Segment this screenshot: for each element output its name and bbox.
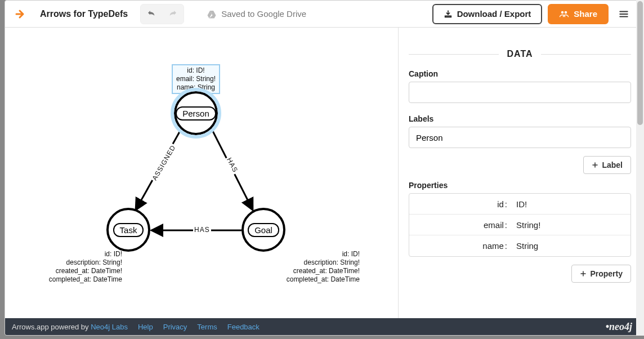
node-task-properties[interactable]: id: ID! description: String! created_at:… bbox=[43, 250, 122, 284]
node-task-label[interactable]: Task bbox=[113, 223, 144, 237]
node-goal-label[interactable]: Goal bbox=[248, 223, 279, 237]
prop-line: description: String! bbox=[43, 258, 122, 267]
prop-line: created_at: DateTime! bbox=[281, 267, 360, 275]
add-property-text: Property bbox=[590, 269, 623, 278]
hamburger-icon bbox=[619, 9, 629, 19]
labels-label: Labels bbox=[409, 114, 631, 123]
properties-table: id ID! email String! name String bbox=[409, 193, 631, 257]
node-goal[interactable]: Goal bbox=[242, 208, 285, 252]
data-section-header: DATA bbox=[409, 49, 631, 59]
prop-line: completed_at: DateTime bbox=[43, 275, 122, 284]
app-logo-icon[interactable] bbox=[14, 7, 28, 21]
properties-sidebar: DATA Caption Labels Label Properties id … bbox=[398, 28, 639, 318]
neo4j-labs-link[interactable]: Neo4j Labs bbox=[91, 323, 128, 331]
prop-line: completed_at: DateTime bbox=[281, 275, 360, 284]
prop-line: created_at: DateTime! bbox=[43, 267, 122, 275]
property-row[interactable]: email String! bbox=[409, 215, 630, 235]
node-person[interactable]: Person bbox=[174, 91, 218, 135]
topbar: Arrows for TypeDefs Saved to Google Driv… bbox=[5, 1, 639, 28]
powered-by-prefix: Arrows.app powered by bbox=[12, 323, 91, 331]
add-label-text: Label bbox=[602, 160, 623, 170]
scrollbar-thumb[interactable] bbox=[637, 1, 643, 125]
property-key[interactable]: name bbox=[409, 235, 516, 256]
property-key[interactable]: id bbox=[409, 194, 516, 214]
main-area: ASSIGNED HAS HAS id: ID! email: String! … bbox=[5, 28, 639, 318]
footer-link-terms[interactable]: Terms bbox=[197, 323, 217, 331]
app-window: Arrows for TypeDefs Saved to Google Driv… bbox=[5, 0, 639, 336]
share-button[interactable]: Share bbox=[548, 4, 609, 24]
undo-icon bbox=[146, 9, 156, 19]
svg-point-1 bbox=[565, 11, 567, 14]
property-value[interactable]: String! bbox=[516, 215, 630, 235]
svg-point-0 bbox=[561, 11, 564, 14]
caption-label: Caption bbox=[409, 69, 631, 78]
plus-icon bbox=[580, 270, 587, 277]
undo-redo-group bbox=[140, 4, 184, 24]
add-label-button[interactable]: Label bbox=[583, 156, 631, 174]
node-person-label[interactable]: Person bbox=[176, 106, 216, 121]
data-section-title: DATA bbox=[507, 49, 533, 59]
prop-line: id: ID! bbox=[176, 66, 216, 75]
prop-line: name: String bbox=[176, 83, 216, 92]
property-value[interactable]: String bbox=[516, 235, 630, 256]
footer-link-feedback[interactable]: Feedback bbox=[227, 323, 260, 331]
properties-label: Properties bbox=[409, 181, 631, 190]
property-row[interactable]: id ID! bbox=[409, 194, 630, 215]
download-label: Download / Export bbox=[457, 9, 531, 19]
menu-button[interactable] bbox=[614, 5, 633, 24]
footer: Arrows.app powered by Neo4j Labs Help Pr… bbox=[5, 318, 639, 335]
graph-canvas[interactable]: ASSIGNED HAS HAS id: ID! email: String! … bbox=[5, 28, 398, 318]
prop-line: description: String! bbox=[281, 258, 360, 267]
share-label: Share bbox=[574, 9, 597, 19]
share-users-icon bbox=[559, 10, 569, 18]
download-icon bbox=[444, 10, 453, 19]
google-drive-icon bbox=[207, 10, 217, 19]
redo-button[interactable] bbox=[163, 6, 182, 23]
edge-label-assigned[interactable]: ASSIGNED bbox=[150, 142, 177, 182]
footer-powered-by: Arrows.app powered by Neo4j Labs bbox=[12, 323, 128, 331]
page-scrollbar[interactable] bbox=[636, 0, 644, 336]
undo-button[interactable] bbox=[142, 6, 161, 23]
document-title[interactable]: Arrows for TypeDefs bbox=[40, 9, 128, 19]
property-value[interactable]: ID! bbox=[516, 194, 630, 214]
edge-label-has-2[interactable]: HAS bbox=[193, 226, 211, 234]
plus-icon bbox=[592, 162, 598, 168]
redo-icon bbox=[168, 9, 178, 19]
prop-line: id: ID! bbox=[43, 250, 122, 258]
footer-link-privacy[interactable]: Privacy bbox=[163, 323, 187, 331]
save-status: Saved to Google Drive bbox=[207, 9, 306, 19]
save-status-text: Saved to Google Drive bbox=[221, 9, 306, 19]
caption-input[interactable] bbox=[409, 82, 631, 103]
node-task[interactable]: Task bbox=[106, 208, 150, 252]
footer-link-help[interactable]: Help bbox=[138, 323, 153, 331]
node-goal-properties[interactable]: id: ID! description: String! created_at:… bbox=[281, 250, 360, 284]
node-person-properties[interactable]: id: ID! email: String! name: String bbox=[172, 64, 220, 94]
download-export-button[interactable]: Download / Export bbox=[432, 4, 543, 24]
neo4j-brand-logo: •neo4j bbox=[606, 321, 632, 333]
labels-input[interactable] bbox=[409, 127, 631, 148]
add-property-button[interactable]: Property bbox=[571, 265, 631, 283]
prop-line: email: String! bbox=[176, 75, 216, 83]
prop-line: id: ID! bbox=[281, 250, 360, 258]
edge-label-has-1[interactable]: HAS bbox=[225, 155, 240, 175]
property-key[interactable]: email bbox=[409, 215, 516, 235]
property-row[interactable]: name String bbox=[409, 235, 630, 256]
